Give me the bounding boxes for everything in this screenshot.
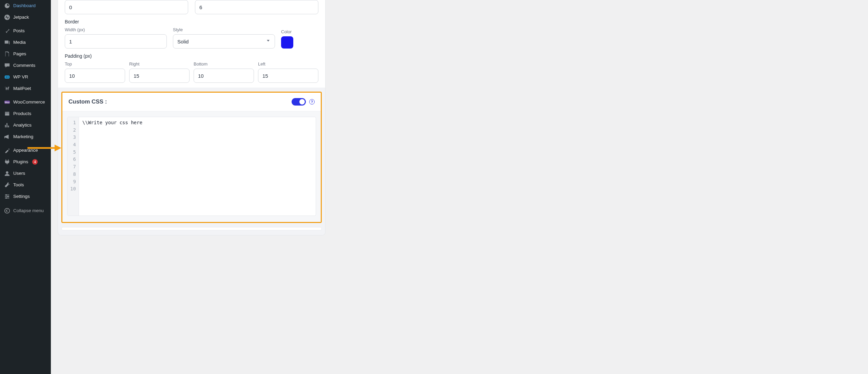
sidebar-item-label: WP VR: [13, 74, 28, 80]
marketing-icon: [4, 133, 11, 140]
numeric-input-left[interactable]: [65, 0, 188, 14]
sidebar-item-posts[interactable]: Posts: [0, 25, 51, 37]
sidebar-item-label: Settings: [13, 193, 30, 200]
svg-point-2: [6, 76, 7, 78]
mailpoet-icon: [4, 85, 11, 92]
padding-left-input[interactable]: [258, 69, 318, 83]
svg-text:Woo: Woo: [5, 101, 9, 104]
sidebar-item-label: Posts: [13, 28, 25, 34]
sidebar-item-settings[interactable]: Settings: [0, 191, 51, 202]
padding-top-label: Top: [65, 61, 125, 67]
border-style-label: Style: [173, 27, 275, 32]
sidebar-item-label: Pages: [13, 51, 26, 57]
field-wrap: Bottom: [194, 61, 254, 83]
border-color-label: Color: [281, 29, 318, 34]
sidebar-item-label: MailPoet: [13, 86, 31, 92]
border-color-picker[interactable]: [281, 36, 293, 49]
settings-icon: [4, 193, 11, 200]
custom-css-highlight: Custom CSS : ? 12345678910 \\Write your …: [61, 92, 322, 223]
main-content: Border Width (px) Style Color: [51, 0, 868, 374]
field-wrap: Color: [281, 29, 318, 49]
field-wrap: Right: [129, 61, 190, 83]
tools-icon: [4, 182, 11, 188]
sidebar-item-marketing[interactable]: Marketing: [0, 131, 51, 143]
svg-point-0: [4, 15, 10, 20]
users-icon: [4, 170, 11, 177]
sidebar-item-users[interactable]: Users: [0, 168, 51, 179]
code-editor-wrapper: 12345678910 \\Write your css here: [62, 111, 321, 222]
sidebar-item-label: Users: [13, 170, 25, 176]
woocommerce-icon: Woo: [4, 99, 11, 106]
comments-icon: [4, 62, 11, 69]
sidebar-item-plugins[interactable]: Plugins 4: [0, 156, 51, 168]
sidebar-item-label: Comments: [13, 62, 35, 69]
sidebar-item-comments[interactable]: Comments: [0, 60, 51, 71]
analytics-icon: [4, 122, 11, 129]
sidebar-collapse[interactable]: Collapse menu: [0, 205, 51, 217]
custom-css-title: Custom CSS :: [68, 98, 107, 105]
svg-point-11: [7, 196, 9, 197]
field-wrap: Top: [65, 61, 125, 83]
plugins-update-badge: 4: [32, 159, 38, 165]
sidebar-item-pages[interactable]: Pages: [0, 48, 51, 60]
sidebar-item-label: Marketing: [13, 134, 33, 140]
collapse-icon: [4, 207, 11, 214]
svg-point-6: [6, 171, 8, 174]
pin-icon: [4, 27, 11, 34]
appearance-icon: [4, 147, 11, 154]
sidebar-item-products[interactable]: Products: [0, 108, 51, 119]
svg-point-10: [6, 194, 7, 196]
sidebar-item-label: Tools: [13, 182, 24, 188]
dashboard-icon: [4, 2, 11, 9]
toggle-knob: [299, 99, 305, 105]
plugins-icon: [4, 158, 11, 165]
svg-rect-1: [5, 76, 9, 79]
products-icon: [4, 110, 11, 117]
sidebar-item-mailpoet[interactable]: MailPoet: [0, 83, 51, 94]
sidebar-item-media[interactable]: Media: [0, 37, 51, 48]
next-card-peek: [61, 227, 322, 230]
field-wrap: Left: [258, 61, 318, 83]
top-settings-card: Border Width (px) Style Color: [58, 0, 325, 88]
code-content[interactable]: \\Write your css here: [79, 117, 316, 216]
padding-right-input[interactable]: [129, 69, 190, 83]
field-wrap: Width (px): [65, 27, 167, 49]
sidebar-item-jetpack[interactable]: Jetpack: [0, 12, 51, 23]
border-style-select[interactable]: [173, 34, 275, 49]
padding-section-label: Padding (px): [65, 53, 318, 59]
sidebar-item-wpvr[interactable]: WP VR: [0, 71, 51, 83]
border-width-input[interactable]: [65, 34, 167, 49]
sidebar-item-label: Dashboard: [13, 3, 36, 9]
padding-bottom-input[interactable]: [194, 69, 254, 83]
field-wrap: Style: [173, 27, 275, 49]
sidebar-item-label: Collapse menu: [13, 208, 44, 214]
jetpack-icon: [4, 14, 11, 21]
sidebar-item-label: WooCommerce: [13, 99, 45, 105]
sidebar-item-tools[interactable]: Tools: [0, 179, 51, 191]
sidebar-item-label: Media: [13, 39, 26, 45]
svg-marker-15: [55, 145, 61, 151]
sidebar-item-label: Jetpack: [13, 14, 29, 20]
border-section-label: Border: [65, 19, 318, 24]
media-icon: [4, 39, 11, 46]
custom-css-toggle[interactable]: [292, 98, 306, 106]
svg-point-13: [5, 208, 9, 213]
custom-css-header: Custom CSS : ?: [62, 93, 321, 111]
pages-icon: [4, 51, 11, 57]
settings-panel: Border Width (px) Style Color: [58, 0, 326, 236]
sidebar-item-analytics[interactable]: Analytics: [0, 119, 51, 131]
line-number-gutter: 12345678910: [67, 117, 79, 216]
field-wrap: [65, 0, 188, 14]
sidebar-item-label: Products: [13, 111, 31, 117]
padding-top-input[interactable]: [65, 69, 125, 83]
padding-left-label: Left: [258, 61, 318, 67]
sidebar-item-woocommerce[interactable]: Woo WooCommerce: [0, 96, 51, 108]
wpvr-icon: [4, 74, 11, 80]
help-icon[interactable]: ?: [309, 99, 315, 105]
custom-css-card: Custom CSS : ? 12345678910 \\Write your …: [62, 93, 321, 222]
code-editor[interactable]: 12345678910 \\Write your css here: [67, 117, 316, 216]
sidebar-item-dashboard[interactable]: Dashboard: [0, 0, 51, 12]
field-wrap: [195, 0, 318, 14]
sidebar-item-label: Analytics: [13, 122, 32, 128]
numeric-input-right[interactable]: [195, 0, 318, 14]
